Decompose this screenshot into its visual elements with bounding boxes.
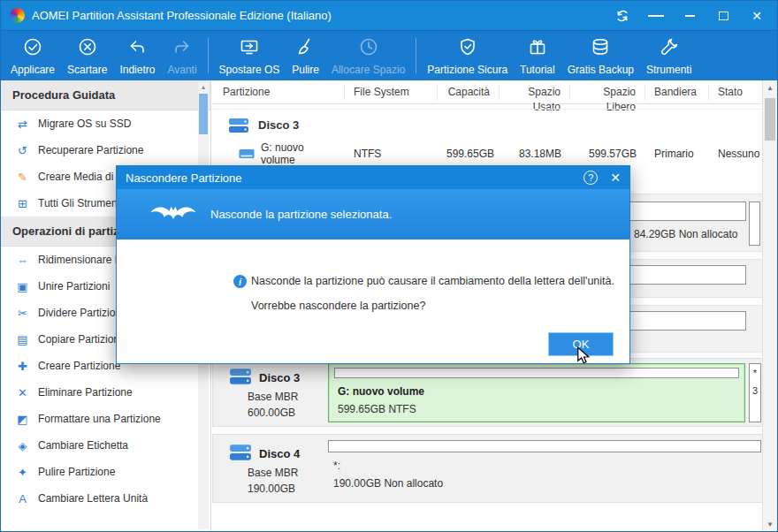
col-spazio-libero[interactable]: Spazio Libero bbox=[570, 85, 645, 100]
scroll-up-icon[interactable]: ▴ bbox=[763, 80, 777, 95]
aomei-logo-icon bbox=[10, 8, 25, 23]
redo-icon bbox=[172, 36, 193, 61]
disk-row-fragment bbox=[630, 305, 763, 353]
dialog-banner-text: Nasconde la partizione selezionata. bbox=[210, 208, 392, 221]
sidebar-scrollbar-thumb[interactable] bbox=[199, 94, 208, 134]
migrate-os-icon: ⇄ bbox=[16, 118, 29, 131]
secure-partition-button[interactable]: Partizione Sicura bbox=[421, 33, 514, 79]
copy-partition-icon: ▤ bbox=[16, 333, 29, 346]
wrench-icon bbox=[659, 36, 680, 61]
partition-block-label: G: nuovo volume bbox=[338, 385, 424, 398]
sidebar-item-recuperare-partizione[interactable]: ↺ Recuperare Partizione bbox=[1, 137, 210, 163]
scroll-down-icon[interactable]: ▾ bbox=[763, 517, 777, 531]
disk-name: Disco 4 bbox=[259, 447, 300, 460]
move-os-button[interactable]: Spostare OS bbox=[213, 33, 286, 79]
dialog-title: Nascondere Partizione bbox=[126, 171, 584, 185]
refresh-icon[interactable] bbox=[614, 8, 630, 24]
col-stato[interactable]: Stato bbox=[709, 85, 763, 100]
partition-free: 599.57GB bbox=[570, 148, 645, 160]
dialog-title-bar: Nascondere Partizione ? ✕ bbox=[117, 166, 629, 189]
all-tools-icon: ⊞ bbox=[16, 197, 29, 210]
unallocated-block-label: *: bbox=[333, 460, 340, 472]
partition-status: Nessuno bbox=[709, 148, 768, 160]
delete-partition-icon: ✕ bbox=[16, 386, 29, 399]
sidebar-item-cambiare-etichetta[interactable]: ◈ Cambiare Etichetta bbox=[1, 432, 210, 459]
database-icon bbox=[590, 36, 611, 61]
info-icon: i bbox=[233, 275, 247, 288]
disk-info[interactable]: Disco 3 Base MBR 600.00GB bbox=[213, 359, 326, 426]
col-bandiera[interactable]: Bandiera bbox=[645, 85, 709, 100]
disk-row-fragment bbox=[630, 259, 763, 298]
wipe-button[interactable]: Pulire bbox=[286, 33, 325, 79]
sidebar-section-wizards: Procedura Guidata bbox=[1, 80, 210, 110]
dialog-close-icon[interactable]: ✕ bbox=[610, 171, 621, 184]
create-partition-icon: ✚ bbox=[16, 360, 29, 373]
recover-partition-icon: ↺ bbox=[16, 144, 29, 157]
sidebar-item-eliminare[interactable]: ✕ Eliminare Partizione bbox=[1, 379, 210, 406]
sliver-partition-block[interactable]: * 3 bbox=[749, 363, 761, 422]
partition-bar-fragment[interactable] bbox=[630, 201, 746, 221]
scroll-up-icon[interactable]: ▴ bbox=[198, 82, 209, 93]
boot-media-icon: ✎ bbox=[16, 171, 29, 184]
merge-partitions-icon: ▣ bbox=[16, 280, 29, 293]
unallocated-block[interactable] bbox=[328, 440, 761, 452]
hide-partition-mask-icon bbox=[149, 201, 198, 228]
partition-table-header: Partizione File System Capacità Spazio U… bbox=[212, 80, 763, 104]
change-label-icon: ◈ bbox=[16, 439, 29, 452]
sliver-partition-fragment[interactable] bbox=[749, 201, 760, 246]
sidebar-item-cambiare-lettera[interactable]: A Cambiare Lettera Unità bbox=[1, 485, 210, 512]
col-spazio-usato[interactable]: Spazio Usato bbox=[500, 85, 570, 100]
col-file-system[interactable]: File System bbox=[345, 85, 438, 100]
disk-info[interactable]: Disco 4 Base MBR 190.00GB bbox=[213, 435, 326, 502]
dialog-body: i Nasconde la partizione può causare il … bbox=[117, 239, 629, 363]
disk-name: Disco 3 bbox=[259, 371, 300, 384]
minimize-icon[interactable] bbox=[682, 8, 698, 24]
tutorial-button[interactable]: Tutorial bbox=[514, 33, 561, 79]
disk-row-disco4: Disco 4 Base MBR 190.00GB *: 190.00GB No… bbox=[212, 434, 763, 503]
allocate-space-button[interactable]: Allocare Spazio bbox=[325, 33, 411, 79]
window-title: AOMEI Partition Assistant Professionale … bbox=[32, 9, 332, 22]
discard-button[interactable]: Scartare bbox=[61, 33, 113, 79]
title-bar: AOMEI Partition Assistant Professionale … bbox=[1, 1, 777, 30]
change-letter-icon: A bbox=[16, 492, 29, 505]
free-backup-button[interactable]: Gratis Backup bbox=[561, 33, 640, 79]
main-scrollbar-thumb[interactable] bbox=[765, 98, 775, 141]
unallocated-label: 84.29GB Non allocato bbox=[634, 228, 737, 240]
apply-button[interactable]: Applicare bbox=[4, 33, 61, 79]
unallocated-block-detail: 190.00GB Non allocato bbox=[333, 477, 443, 490]
col-partizione[interactable]: Partizione bbox=[212, 85, 345, 100]
undo-button[interactable]: Indietro bbox=[113, 33, 161, 79]
partition-block-detail: 599.65GB NTFS bbox=[338, 403, 416, 415]
menu-icon[interactable] bbox=[648, 8, 664, 24]
sidebar-item-formattare[interactable]: ◩ Formattare una Partizione bbox=[1, 406, 210, 432]
allocate-space-icon bbox=[358, 36, 379, 61]
partition-bar-fragment[interactable] bbox=[630, 311, 746, 331]
split-partition-icon: ✂ bbox=[16, 307, 29, 320]
sidebar-item-migrare-os[interactable]: ⇄ Migrare OS su SSD bbox=[1, 110, 210, 137]
close-icon[interactable]: ✕ bbox=[749, 8, 765, 24]
partition-icon bbox=[239, 148, 255, 160]
partition-block-selected[interactable]: G: nuovo volume 599.65GB NTFS bbox=[328, 363, 745, 422]
maximize-icon[interactable] bbox=[715, 8, 731, 24]
partition-table-row[interactable]: G: nuovo volume NTFS 599.65GB 83.18MB 59… bbox=[212, 141, 763, 167]
partition-flag: Primario bbox=[645, 148, 709, 160]
col-capacita[interactable]: Capacità bbox=[438, 85, 500, 100]
wipe-icon bbox=[295, 36, 317, 61]
disk-icon bbox=[229, 368, 252, 388]
partition-fs: NTFS bbox=[345, 148, 438, 160]
partition-bar-fragment[interactable] bbox=[630, 265, 746, 285]
usage-meter bbox=[334, 368, 739, 378]
sidebar-item-pulire-partizione[interactable]: ✦ Pulire Partizione bbox=[1, 459, 210, 485]
disk-icon bbox=[228, 118, 249, 133]
mouse-cursor bbox=[576, 346, 591, 368]
main-scrollbar[interactable]: ▴ ▾ bbox=[762, 80, 777, 531]
undo-icon bbox=[126, 36, 148, 61]
discard-icon bbox=[77, 36, 98, 61]
toolbar: Applicare Scartare Indietro Avanti Spost… bbox=[1, 30, 777, 80]
help-icon[interactable]: ? bbox=[584, 171, 598, 185]
hide-partition-dialog: Nascondere Partizione ? ✕ Nasconde la pa… bbox=[116, 165, 630, 364]
redo-button[interactable]: Avanti bbox=[161, 33, 202, 79]
tools-button[interactable]: Strumenti bbox=[640, 33, 698, 79]
disk-type: Base MBR bbox=[248, 391, 298, 403]
disk-group-row[interactable]: Disco 3 bbox=[212, 109, 763, 141]
